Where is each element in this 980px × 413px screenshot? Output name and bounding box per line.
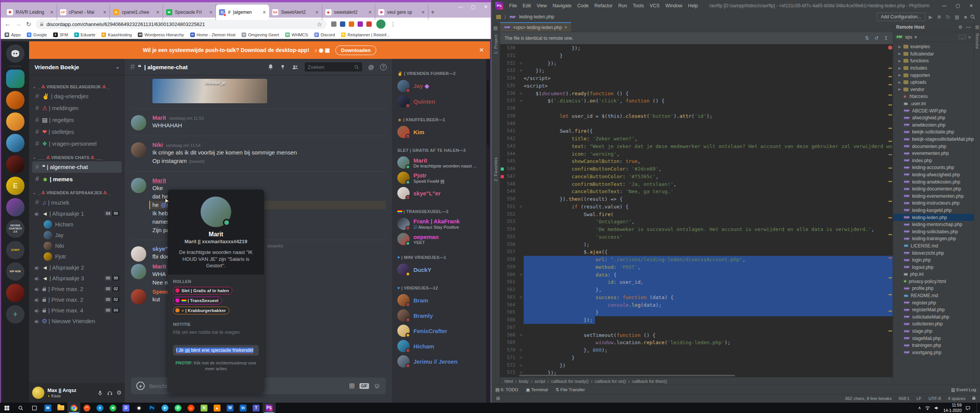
toolbar-icon[interactable]: ■ [964,14,967,20]
editor-tab[interactable]: PHP <vps> leiding-leden.php ✕ [500,22,571,32]
taskbar-app-edge[interactable]: e [93,403,106,413]
tree-item[interactable]: PHPleiding-leden.php [893,214,974,221]
server-icon[interactable] [6,134,24,152]
tree-item[interactable]: PHPbekijk-sollicitatie.php [893,128,974,136]
status-grid-icon[interactable]: ⊞ [496,396,500,401]
tab-close-icon[interactable]: ✕ [156,10,160,15]
headphones-icon[interactable] [107,390,113,396]
taskbar-app-reddit[interactable]: ☺ [185,403,198,413]
category-header[interactable]: ⌄_⚠ VRIENDEN BELANGERIJK ⚠_ [33,84,122,89]
breadcrumb-file[interactable]: leiding-leden.php [519,14,554,20]
tree-item[interactable]: Hprivacy-policy.html [893,278,974,285]
taskbar-app-steam[interactable]: ◉ [132,403,145,413]
tree-item[interactable]: PHPsolliciteren.php [893,320,974,328]
help-icon[interactable]: ? [380,64,387,70]
channel-afspraakje-2[interactable]: ◄ | Afspraakje 2 [32,262,122,273]
tree-item[interactable]: #.htaccess [893,93,974,100]
show-desktop-button[interactable] [977,403,978,413]
search-input[interactable]: Zoeken [305,62,362,72]
bookmark-item[interactable]: RReisplanner | Reisinf... [341,33,390,37]
popup-message-input[interactable]: l Jè gij bènt ene speciaole friekendèl [173,345,259,356]
server-icon-vrienden-boekje[interactable] [6,70,24,88]
gif-attachment[interactable]: zonder je [152,79,267,103]
discord-home-icon[interactable] [6,44,24,63]
voice-user[interactable]: Jay [32,230,122,241]
channel-prive-max-2[interactable]: | Prive max. 20002 [32,294,122,305]
horizontal-scrollbar[interactable] [519,375,735,376]
action-center-icon[interactable] [965,406,970,410]
channel-prive-max-2[interactable]: | Prive max. 20002 [32,284,122,294]
tree-item[interactable]: PHPevenementen.php [893,150,974,157]
member-row[interactable]: Jerimu // Jeroen [397,354,483,369]
server-icon[interactable] [6,284,24,302]
channel-nieuwe-vrienden[interactable]: ❂ | Nieuwe Vrienden [32,316,122,327]
server-dropdown-caret[interactable]: ▾ [915,34,917,40]
bookmark-item[interactable]: ⊞Apps [5,33,21,37]
member-row[interactable]: Frank | AkaFrank☑ Always Stay Positive [397,216,483,231]
tree-item[interactable]: ▶vendor [893,86,974,93]
taskbar-app-linkedin[interactable]: in [237,403,250,413]
tree-item[interactable]: PHPlogin.php [893,257,974,264]
member-row[interactable]: oepemanYEET [397,231,483,247]
banner-close-icon[interactable]: ✕ [479,47,484,54]
notifications-bell-icon[interactable] [268,64,274,70]
member-row[interactable]: Quinten [397,94,483,109]
server-icon[interactable]: E [6,177,24,195]
tree-item[interactable]: INIphp.ini [893,271,974,278]
project-tool-icon[interactable]: ▤ [493,25,498,31]
tree-item[interactable]: PHPstageMail.php [893,335,974,342]
channel-vragen-personeel[interactable]: #❖ | vragen-personeel [32,138,122,150]
member-row[interactable]: Hicham [397,338,483,354]
tab-close-icon[interactable]: ✕ [368,10,372,15]
note-placeholder[interactable]: Klik om een notitie toe te voegen [173,330,259,335]
breadcrumb-item[interactable]: callback for ready() [551,379,589,384]
banner-icon[interactable]: ↺ [874,35,879,41]
reload-icon[interactable]: ↻ [26,21,31,28]
url-field[interactable]: discordapp.com/channels/6294066492322611… [36,19,327,29]
tab-close-icon[interactable]: ✕ [209,10,212,15]
forward-icon[interactable]: → [15,21,21,28]
tree-item[interactable]: PHPlogout.php [893,263,974,271]
member-row[interactable]: FenixCrafter [397,323,483,338]
menu-code[interactable]: Code [577,3,589,8]
search-everywhere-icon[interactable] [970,14,975,20]
tree-item[interactable]: PHPbekijk-stagesollicitatieMail.php [893,136,974,143]
banner-icon[interactable]: ⇅ [865,35,869,41]
message-avatar[interactable] [131,246,146,262]
tree-item[interactable]: PHPafwezigheid.php [893,114,974,122]
bookmark-star-icon[interactable]: ☆ [317,21,322,28]
bookmark-item[interactable]: 33FM [53,33,68,37]
chrome-menu-icon[interactable]: ⋮ [390,21,396,28]
tree-item[interactable]: PHPanwbkosten.php [893,122,974,129]
tab-close-icon[interactable]: ✕ [263,10,266,15]
message-avatar[interactable] [131,115,146,130]
tree-item[interactable]: PHPleiding-trainingen.php [893,235,974,242]
bookmark-item[interactable]: KKaasHosting [101,33,132,37]
category-header[interactable]: ⌄_⚠ VRIENDEN AFSPRAAKJES ⚠_ [33,190,122,195]
tree-item[interactable]: ▶includes [893,65,974,72]
menu-vcs[interactable]: VCS [650,3,660,8]
tree-item[interactable]: PHPregisterMail.php [893,306,974,314]
channel-dag-vriendjes[interactable]: #✌ | dag-vriendjes [32,91,122,102]
browser-tab[interactable]: ❀veul gere sp✕ [375,5,428,20]
tree-item[interactable]: PHPprofile.php [893,285,974,292]
message-avatar[interactable] [131,264,146,279]
message-author[interactable]: Niki [152,141,163,148]
channel-stelletjes[interactable]: #❤ | stelletjes [32,126,122,138]
tree-item[interactable]: PHPleiding-anwbkosten.php [893,178,974,185]
taskbar-app-word[interactable]: W [224,403,237,413]
message-author[interactable]: Marit [152,263,166,270]
toolwindow-6-todo[interactable]: ▤ 6: TODO [495,387,518,392]
member-row[interactable]: Bram [397,293,483,308]
remote-minimize-icon[interactable]: — [966,24,971,30]
tab-close-icon[interactable]: ✕ [564,25,567,29]
bookmark-item[interactable]: GGoogle [27,33,47,37]
tree-item[interactable]: ▶rapporten [893,72,974,79]
tree-item[interactable]: ▶fullcalendar [893,50,974,58]
channel-regeltjes[interactable]: #▤ | regeltjes [32,114,122,126]
tree-item[interactable]: MDLICENSE.md [893,242,974,250]
browser-tab[interactable]: cPcPanel - Mai✕ [57,5,110,20]
breadcrumb-item[interactable]: script [534,379,545,384]
role-pill[interactable]: ≡ | Krabburgerbakker [173,307,229,314]
remote-strip-label[interactable]: Remote [975,33,980,49]
